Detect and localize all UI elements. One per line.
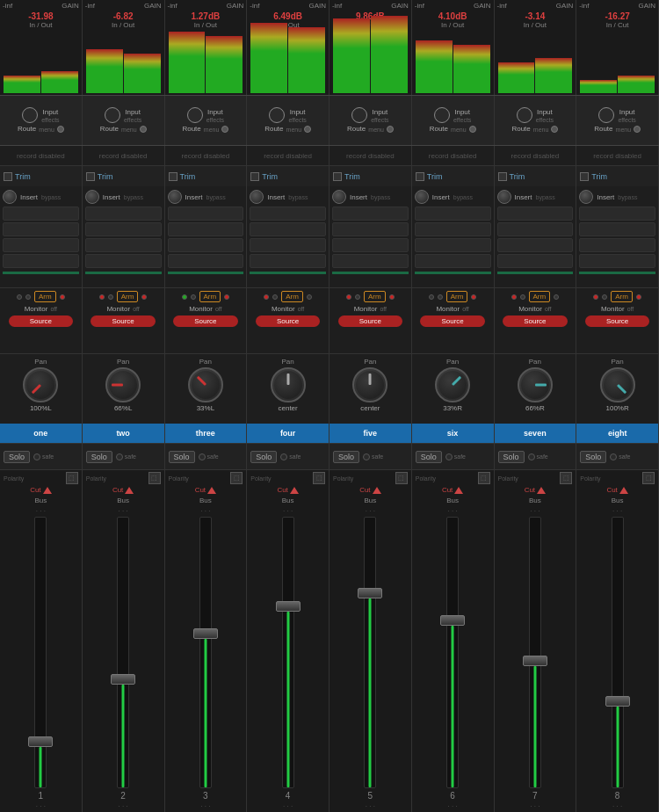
insert-knob-5[interactable] (332, 190, 346, 204)
fader-track-3[interactable] (199, 517, 212, 788)
name-strip-8[interactable]: eight (576, 424, 659, 443)
insert-slot-3-8[interactable] (579, 238, 655, 252)
pan-knob-5[interactable] (352, 367, 387, 402)
name-strip-2[interactable]: two (83, 424, 165, 443)
pan-knob-3[interactable] (188, 367, 223, 402)
name-strip-7[interactable]: seven (495, 424, 577, 443)
trim-checkbox-8[interactable] (580, 172, 589, 181)
polarity-icon-4[interactable]: ⬚ (313, 472, 325, 484)
arm-button-3[interactable]: Arm (199, 291, 221, 302)
source-button-1[interactable]: Source (9, 315, 74, 327)
insert-slot-2-7[interactable] (497, 222, 574, 236)
insert-slot-1-4[interactable] (250, 207, 326, 221)
insert-knob-8[interactable] (579, 190, 593, 204)
insert-slot-1-8[interactable] (579, 207, 655, 221)
source-button-8[interactable]: Source (585, 315, 650, 327)
fader-handle-6[interactable] (440, 615, 465, 626)
solo-button-3[interactable]: Solo (169, 451, 195, 463)
solo-button-8[interactable]: Solo (580, 451, 606, 463)
polarity-icon-1[interactable]: ⬚ (66, 472, 78, 484)
pan-knob-2[interactable] (105, 367, 141, 402)
polarity-icon-5[interactable]: ⬚ (395, 472, 408, 484)
cut-triangle-3[interactable] (207, 487, 216, 494)
solo-button-6[interactable]: Solo (416, 451, 442, 463)
arm-button-4[interactable]: Arm (281, 291, 303, 302)
solo-button-2[interactable]: Solo (86, 451, 112, 463)
pan-knob-6[interactable] (435, 367, 470, 402)
fader-handle-3[interactable] (193, 628, 218, 639)
trim-checkbox-7[interactable] (498, 172, 507, 181)
fader-handle-1[interactable] (28, 736, 53, 747)
insert-knob-2[interactable] (85, 190, 99, 204)
arm-button-2[interactable]: Arm (117, 291, 139, 302)
polarity-icon-8[interactable]: ⬚ (642, 472, 655, 484)
route-dot-8[interactable] (634, 126, 641, 133)
trim-checkbox-5[interactable] (333, 172, 342, 181)
cut-triangle-2[interactable] (125, 487, 134, 494)
source-button-2[interactable]: Source (91, 315, 156, 327)
insert-slot-2-5[interactable] (332, 222, 409, 236)
insert-slot-1-7[interactable] (497, 207, 574, 221)
name-strip-1[interactable]: one (0, 424, 83, 443)
insert-slot-2-8[interactable] (579, 222, 655, 236)
pan-knob-8[interactable] (600, 367, 635, 402)
route-dot-2[interactable] (140, 126, 147, 133)
fader-track-2[interactable] (117, 517, 129, 788)
name-strip-6[interactable]: six (412, 424, 495, 443)
trim-checkbox-1[interactable] (4, 172, 12, 181)
route-dot-5[interactable] (387, 126, 394, 133)
pan-knob-4[interactable] (271, 367, 306, 402)
insert-knob-4[interactable] (250, 190, 264, 204)
solo-button-4[interactable]: Solo (250, 451, 277, 463)
route-dot-3[interactable] (221, 126, 228, 133)
insert-slot-3-5[interactable] (332, 238, 409, 252)
route-dot-6[interactable] (469, 126, 476, 133)
arm-button-1[interactable]: Arm (34, 291, 56, 302)
insert-knob-1[interactable] (3, 190, 17, 204)
polarity-icon-2[interactable]: ⬚ (148, 472, 161, 484)
insert-slot-1-1[interactable] (3, 207, 79, 221)
insert-slot-3-1[interactable] (3, 238, 79, 252)
source-button-5[interactable]: Source (338, 315, 403, 327)
pan-knob-1[interactable] (23, 367, 58, 402)
fader-track-7[interactable] (529, 517, 541, 788)
arm-button-7[interactable]: Arm (529, 291, 551, 302)
cut-triangle-1[interactable] (43, 487, 52, 494)
fader-track-6[interactable] (446, 517, 459, 788)
insert-slot-4-6[interactable] (415, 254, 491, 268)
arm-button-6[interactable]: Arm (446, 291, 468, 302)
name-strip-4[interactable]: four (247, 424, 330, 443)
insert-knob-3[interactable] (168, 190, 182, 204)
insert-slot-4-4[interactable] (250, 254, 326, 268)
pan-knob-7[interactable] (518, 367, 553, 402)
fader-handle-5[interactable] (358, 588, 382, 598)
polarity-icon-7[interactable]: ⬚ (560, 472, 572, 484)
insert-slot-4-5[interactable] (332, 254, 409, 268)
trim-checkbox-6[interactable] (416, 172, 424, 181)
insert-slot-4-1[interactable] (3, 254, 79, 268)
fader-track-5[interactable] (364, 517, 376, 788)
insert-slot-2-3[interactable] (168, 222, 244, 236)
solo-button-5[interactable]: Solo (333, 451, 359, 463)
fader-handle-7[interactable] (523, 656, 547, 666)
arm-button-8[interactable]: Arm (611, 291, 633, 302)
source-button-7[interactable]: Source (503, 315, 568, 327)
route-dot-1[interactable] (57, 126, 64, 133)
source-button-3[interactable]: Source (173, 315, 238, 327)
insert-knob-6[interactable] (415, 190, 429, 204)
insert-slot-4-7[interactable] (497, 254, 574, 268)
route-dot-4[interactable] (304, 126, 311, 133)
fader-track-1[interactable] (34, 517, 47, 788)
insert-knob-7[interactable] (497, 190, 511, 204)
fader-handle-4[interactable] (276, 601, 301, 612)
solo-button-7[interactable]: Solo (498, 451, 525, 463)
route-dot-7[interactable] (551, 126, 558, 133)
insert-slot-3-2[interactable] (85, 238, 162, 252)
arm-button-5[interactable]: Arm (364, 291, 386, 302)
fader-handle-8[interactable] (605, 696, 630, 707)
fader-track-8[interactable] (612, 517, 624, 788)
insert-slot-4-2[interactable] (85, 254, 162, 268)
fader-track-4[interactable] (282, 517, 294, 788)
insert-slot-4-8[interactable] (579, 254, 655, 268)
insert-slot-3-7[interactable] (497, 238, 574, 252)
